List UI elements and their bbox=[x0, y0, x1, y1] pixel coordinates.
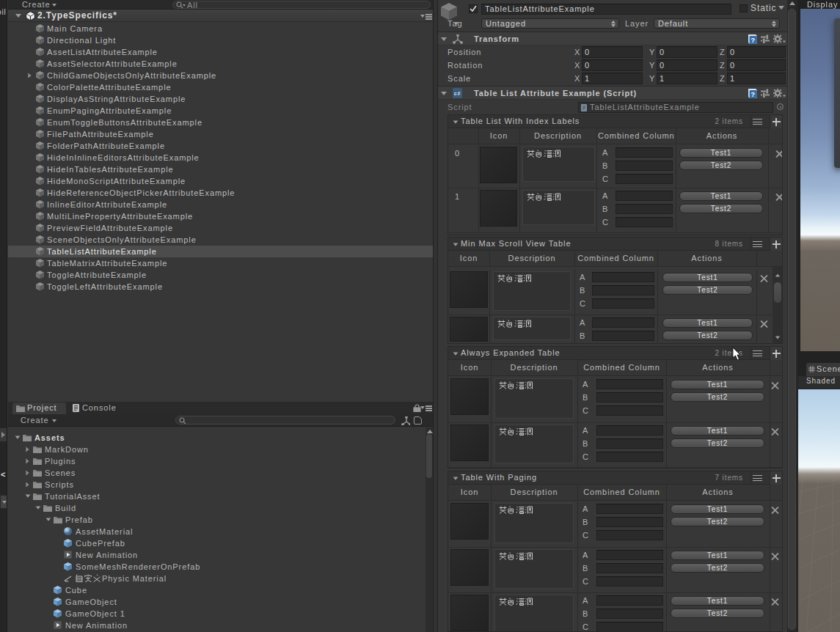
svg-text:?: ? bbox=[751, 37, 756, 44]
svg-text:?: ? bbox=[751, 91, 756, 98]
